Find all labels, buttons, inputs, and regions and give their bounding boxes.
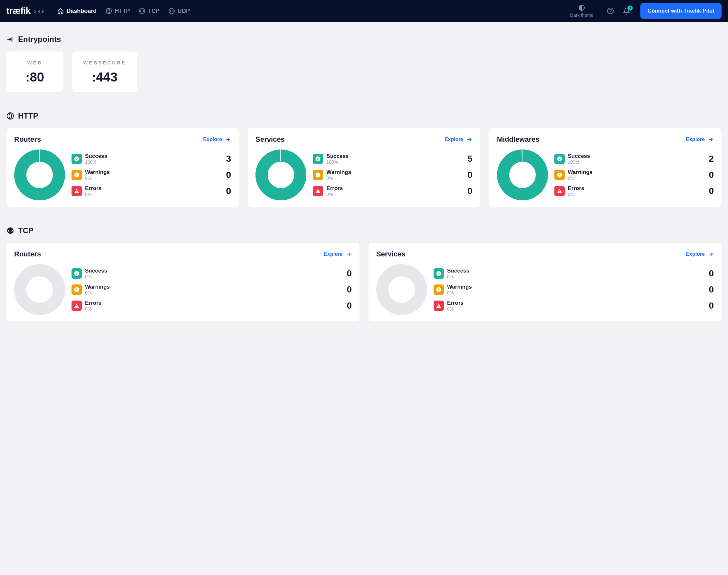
entrypoint-name: WEB [18, 60, 52, 65]
stat-count: 0 [467, 186, 473, 196]
stat-row-success: Success100% 5 [313, 153, 472, 165]
stat-label: Warnings [447, 284, 705, 290]
card-title: Services [376, 250, 406, 258]
card-title: Routers [14, 250, 41, 258]
stat-row-errors: Errors0% 0 [434, 300, 714, 311]
arrow-right-icon [707, 136, 714, 143]
donut-chart [14, 264, 65, 315]
stat-count: 0 [709, 284, 714, 295]
explore-label: Explore [445, 137, 463, 142]
card-title: Routers [14, 135, 41, 144]
entrypoint-card[interactable]: WEBSECURE :443 [72, 52, 137, 92]
version-label: 2.4.8 [34, 8, 44, 14]
error-icon [313, 186, 323, 196]
section-title: TCP [18, 226, 34, 235]
stat-label: Success [447, 268, 705, 274]
explore-label: Explore [324, 251, 343, 257]
stat-row-success: Success100% 2 [554, 153, 714, 165]
tcp-icon [6, 227, 14, 235]
stat-count: 0 [467, 170, 473, 180]
card-title: Services [255, 135, 285, 144]
explore-link[interactable]: Explore [686, 136, 714, 143]
stat-label: Success [326, 153, 464, 160]
success-icon [554, 154, 565, 164]
nav-label: UDP [177, 8, 190, 14]
stat-pct: 0% [85, 175, 223, 181]
error-icon [71, 301, 82, 311]
stat-pct: 0% [85, 274, 343, 279]
entrypoint-card[interactable]: WEB :80 [6, 52, 63, 92]
stat-count: 0 [709, 170, 714, 180]
section-http-header: HTTP [6, 111, 722, 121]
swap-icon [139, 8, 145, 14]
stat-row-errors: Errors0% 0 [71, 185, 231, 197]
explore-link[interactable]: Explore [445, 136, 473, 143]
logo: træfik [6, 6, 31, 16]
explore-link[interactable]: Explore [203, 136, 231, 143]
tcp-cards-row: Routers Explore Success0% 0 Warnings0% 0 [6, 243, 722, 322]
stat-label: Errors [85, 185, 223, 192]
stat-label: Errors [447, 300, 705, 306]
stat-pct: 0% [568, 192, 706, 197]
warning-icon [313, 170, 323, 180]
explore-link[interactable]: Explore [324, 251, 352, 258]
notifications-icon[interactable]: 1 [623, 7, 630, 14]
stat-count: 0 [347, 301, 352, 311]
theme-toggle[interactable]: Dark theme [570, 4, 593, 18]
swap-icon [169, 8, 175, 14]
contrast-icon [578, 4, 585, 11]
stat-pct: 0% [447, 274, 705, 279]
warning-icon [71, 170, 82, 180]
stat-row-success: Success100% 3 [71, 153, 231, 165]
explore-label: Explore [686, 137, 705, 142]
stat-count: 0 [347, 268, 352, 279]
entrypoint-port: :443 [83, 70, 126, 84]
main-nav: Dashboard HTTP TCP UDP [57, 8, 190, 14]
stat-pct: 100% [326, 160, 464, 165]
stat-count: 0 [709, 268, 714, 279]
stat-row-warnings: Warnings0% 0 [313, 169, 472, 181]
http-routers-card: Routers Explore Success100% 3 Warnings0%… [6, 128, 239, 207]
connect-pilot-button[interactable]: Connect with Traefik Pilot [640, 3, 722, 19]
stat-row-warnings: Warnings0% 0 [71, 169, 231, 181]
nav-http[interactable]: HTTP [106, 8, 130, 14]
stat-row-errors: Errors0% 0 [313, 185, 472, 197]
section-tcp-header: TCP [6, 226, 722, 235]
warning-icon [71, 284, 82, 295]
arrow-right-icon [224, 136, 231, 143]
error-icon [71, 186, 82, 196]
stat-pct: 0% [85, 290, 343, 295]
svg-point-22 [382, 270, 421, 309]
success-icon [434, 268, 444, 279]
stat-label: Warnings [568, 169, 706, 175]
success-icon [71, 268, 82, 279]
stat-label: Success [85, 153, 223, 160]
stat-count: 2 [709, 154, 714, 164]
stat-label: Success [568, 153, 706, 160]
http-cards-row: Routers Explore Success100% 3 Warnings0%… [6, 128, 722, 207]
help-icon[interactable] [607, 7, 614, 14]
arrow-right-icon [466, 136, 473, 143]
stat-label: Warnings [85, 169, 223, 175]
stat-row-success: Success0% 0 [71, 268, 352, 279]
stat-count: 3 [226, 154, 231, 164]
entrypoint-name: WEBSECURE [83, 60, 126, 65]
stat-count: 0 [709, 186, 714, 196]
explore-link[interactable]: Explore [686, 251, 714, 258]
stat-row-success: Success0% 0 [434, 268, 714, 279]
globe-icon [106, 8, 112, 14]
error-icon [434, 301, 444, 311]
stat-row-warnings: Warnings0% 0 [434, 284, 714, 295]
nav-label: Dashboard [66, 8, 97, 14]
nav-udp[interactable]: UDP [169, 8, 190, 14]
entrypoints-row: WEB :80 WEBSECURE :443 [6, 52, 722, 92]
nav-dashboard[interactable]: Dashboard [57, 8, 97, 14]
nav-tcp[interactable]: TCP [139, 8, 160, 14]
entrypoints-icon [6, 35, 14, 43]
stat-label: Errors [326, 185, 464, 192]
stat-row-warnings: Warnings0% 0 [554, 169, 714, 181]
notification-badge: 1 [627, 5, 633, 11]
stat-row-warnings: Warnings0% 0 [71, 284, 352, 295]
section-title: Entrypoints [18, 35, 61, 44]
donut-chart [497, 149, 548, 200]
